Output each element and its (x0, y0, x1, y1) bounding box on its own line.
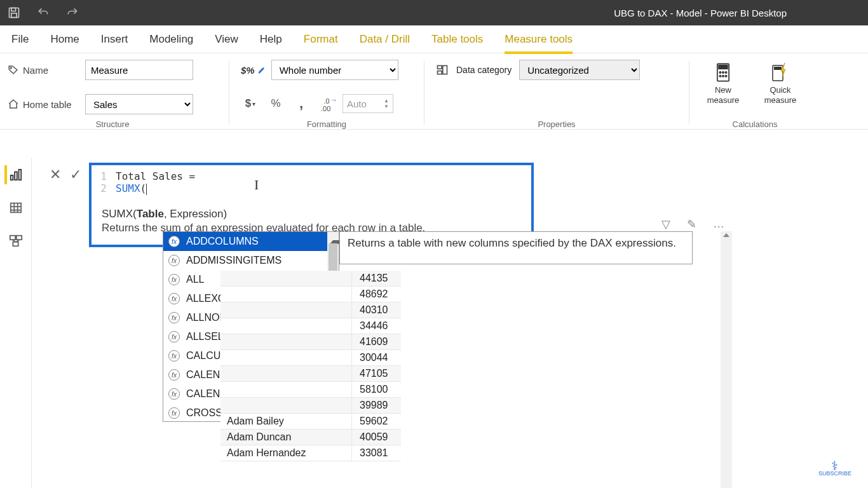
table-row[interactable]: 41609 (220, 334, 401, 350)
svg-rect-16 (774, 67, 782, 70)
save-icon[interactable] (5, 4, 23, 22)
table-row[interactable]: 44135 (220, 271, 401, 287)
svg-rect-27 (13, 242, 18, 246)
function-icon: fx (168, 312, 180, 323)
function-icon: fx (168, 369, 180, 381)
ribbon-tab-modeling[interactable]: Modeling (149, 30, 193, 48)
table-row[interactable]: Adam Duncan40059 (220, 430, 401, 445)
table-cell-name (220, 382, 351, 397)
format-icon: $% (241, 65, 265, 76)
visual-action-icon[interactable]: ✎ (687, 217, 696, 231)
ribbon-tab-insert[interactable]: Insert (101, 30, 128, 48)
svg-rect-1 (11, 8, 16, 11)
table-cell-name: Adam Bailey (220, 414, 351, 429)
table-cell-name: Adam Hernandez (220, 445, 351, 461)
table-row[interactable]: 39989 (220, 398, 401, 414)
quick-measure-button[interactable]: Quick measure (758, 60, 803, 105)
table-cell-value: 40310 (351, 302, 401, 318)
table-cell-name (220, 350, 351, 365)
function-icon: fx (168, 293, 180, 304)
svg-rect-17 (10, 175, 13, 180)
home-table-select[interactable]: Sales (85, 94, 193, 114)
subscribe-watermark: ⚕ SUBSCRIBE (818, 461, 851, 477)
titlebar: UBG to DAX - Model - Power BI Desktop (0, 0, 868, 25)
svg-rect-4 (438, 65, 442, 69)
group-label-calculations: Calculations (701, 119, 809, 129)
home-icon (8, 98, 19, 110)
ribbon-tab-view[interactable]: View (215, 30, 238, 48)
table-cell-value: 47105 (351, 366, 401, 381)
decimals-auto-input[interactable]: Auto▲▼ (342, 94, 393, 113)
svg-rect-6 (443, 65, 447, 74)
ribbon-tab-help[interactable]: Help (260, 30, 282, 48)
table-cell-name (220, 271, 351, 286)
ribbon-tab-table-tools[interactable]: Table tools (431, 30, 483, 48)
table-cell-value: 48692 (351, 287, 401, 302)
svg-point-14 (725, 76, 726, 77)
ribbon-tab-file[interactable]: File (11, 30, 29, 48)
table-cell-name (220, 318, 351, 334)
ribbon-tab-data-drill[interactable]: Data / Drill (360, 30, 410, 48)
intellisense-item-label: ADDCOLUMNS (186, 236, 259, 247)
table-cell-value: 39989 (351, 398, 401, 413)
ribbon-tabs: FileHomeInsertModelingViewHelpFormatData… (0, 25, 868, 53)
table-cell-value: 33081 (351, 445, 401, 461)
pane-scrollbar[interactable] (721, 231, 732, 488)
svg-rect-8 (719, 65, 728, 69)
table-row[interactable]: Adam Hernandez33081 (220, 445, 401, 461)
name-label: Name (8, 64, 79, 76)
dax-code-line: SUMX( (116, 182, 147, 195)
data-category-select[interactable]: Uncategorized (519, 60, 640, 80)
table-row[interactable]: 30044 (220, 350, 401, 366)
report-view-button[interactable] (4, 165, 25, 184)
new-measure-button[interactable]: New measure (701, 60, 745, 105)
currency-button[interactable]: $▾ (241, 95, 260, 112)
table-cell-name: Adam Duncan (220, 430, 351, 445)
svg-rect-5 (438, 71, 442, 74)
table-row[interactable]: 47105 (220, 366, 401, 382)
intellisense-item[interactable]: fxADDCOLUMNS (163, 232, 327, 251)
svg-rect-18 (15, 172, 17, 180)
function-icon: fx (168, 331, 180, 342)
svg-point-11 (725, 72, 726, 73)
commit-formula-button[interactable]: ✓ (70, 166, 81, 183)
table-row[interactable]: 34446 (220, 318, 401, 334)
measure-name-input[interactable] (85, 60, 193, 80)
ribbon-tab-format[interactable]: Format (304, 30, 338, 48)
visual-action-icon[interactable]: … (713, 217, 724, 231)
svg-rect-2 (11, 13, 17, 18)
table-row[interactable]: 40310 (220, 302, 401, 318)
table-cell-name (220, 398, 351, 413)
table-cell-value: 40059 (351, 430, 401, 445)
visual-action-icon[interactable]: ▽ (661, 217, 670, 231)
intellisense-item-label: ALL (186, 274, 204, 285)
table-row[interactable]: 58100 (220, 382, 401, 398)
group-label-properties: Properties (436, 119, 677, 129)
table-row[interactable]: 48692 (220, 287, 401, 302)
line-number: 1 (99, 170, 107, 182)
data-view-button[interactable] (6, 198, 26, 217)
pencil-icon (259, 65, 265, 74)
data-category-label: Data category (456, 65, 512, 75)
table-cell-name (220, 366, 351, 381)
table-row[interactable]: Adam Bailey59602 (220, 414, 401, 430)
svg-rect-20 (10, 203, 20, 213)
undo-icon[interactable] (34, 4, 52, 22)
decimals-button[interactable]: .0.00→ (317, 95, 336, 112)
thousands-button[interactable]: , (292, 95, 311, 112)
model-view-button[interactable] (6, 231, 26, 250)
window-title: UBG to DAX - Model - Power BI Desktop (93, 8, 863, 18)
table-cell-value: 41609 (351, 334, 401, 349)
redo-icon[interactable] (64, 4, 81, 22)
svg-point-3 (10, 67, 11, 69)
function-icon: fx (168, 274, 180, 285)
svg-rect-26 (16, 236, 21, 240)
function-icon: fx (168, 236, 180, 247)
intellisense-item[interactable]: fxADDMISSINGITEMS (163, 251, 327, 270)
cancel-formula-button[interactable]: ✕ (50, 166, 61, 183)
ribbon-tab-home[interactable]: Home (50, 30, 79, 48)
ribbon-tab-measure-tools[interactable]: Measure tools (505, 30, 573, 48)
percent-button[interactable]: % (266, 95, 285, 112)
calculator-icon (714, 60, 732, 85)
format-select[interactable]: Whole number (271, 60, 398, 80)
